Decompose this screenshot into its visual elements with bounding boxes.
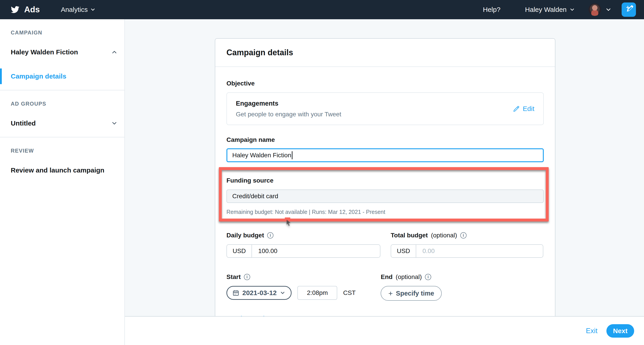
sidebar-item-review-launch[interactable]: Review and launch campaign	[0, 162, 124, 178]
chevron-up-icon	[111, 49, 118, 56]
objective-name: Engagements	[236, 100, 341, 107]
chevron-down-icon	[569, 7, 575, 12]
currency-label: USD	[227, 245, 252, 257]
review-launch-label: Review and launch campaign	[11, 166, 104, 174]
pencil-icon	[513, 105, 520, 112]
info-icon[interactable]: i	[244, 274, 250, 280]
end-optional-label: (optional)	[396, 274, 422, 280]
sidebar-divider	[0, 137, 124, 137]
sidebar-item-campaign-details[interactable]: Campaign details	[0, 68, 124, 84]
start-time-value: 2:08pm	[307, 289, 328, 296]
info-icon[interactable]: i	[267, 232, 274, 238]
specify-time-label: Specify time	[396, 290, 434, 297]
page-title: Campaign details	[226, 48, 293, 57]
funding-source-label: Funding source	[226, 177, 544, 184]
chevron-down-icon	[90, 7, 96, 12]
chevron-down-icon	[280, 290, 286, 296]
plus-icon: +	[388, 289, 393, 298]
next-button[interactable]: Next	[606, 324, 634, 338]
avatar[interactable]	[588, 3, 601, 16]
twitter-logo-icon	[10, 5, 20, 14]
start-date-value: 2021-03-12	[242, 289, 276, 297]
annotation-cursor-marker	[285, 218, 290, 222]
total-budget-group: Total budget (optional) i USD 0.00	[391, 232, 543, 258]
ads-brand-label: Ads	[24, 5, 40, 14]
funding-source-section: Funding source Credit/debit card Remaini…	[226, 177, 544, 215]
mouse-cursor-icon	[286, 220, 292, 228]
sidebar-section-ad-groups: AD GROUPS	[11, 101, 124, 107]
end-label: End	[381, 274, 392, 280]
end-group: End (optional) i + Specify time	[381, 274, 442, 301]
campaign-details-card: Campaign details Objective Engagements G…	[215, 38, 556, 316]
daily-budget-label: Daily budget	[226, 232, 264, 239]
text-caret	[292, 151, 292, 159]
bottom-action-bar: Exit Next	[125, 316, 644, 345]
start-time-input[interactable]: 2:08pm	[298, 286, 337, 300]
objective-label: Objective	[226, 80, 544, 87]
chevron-down-icon	[111, 120, 118, 127]
start-label: Start	[226, 274, 241, 280]
objective-description: Get people to engage with your Tweet	[236, 111, 341, 118]
account-name-label: Haley Walden	[525, 6, 566, 14]
analytics-menu-label: Analytics	[61, 6, 88, 14]
top-navbar: Ads Analytics Help? Haley Walden	[0, 0, 644, 19]
total-budget-amount-field[interactable]: 0.00	[416, 245, 543, 257]
total-budget-input: USD 0.00	[391, 244, 543, 258]
campaign-name-input[interactable]: Haley Walden Fiction	[226, 148, 544, 162]
objective-box: Engagements Get people to engage with yo…	[226, 92, 544, 125]
campaign-name-label: Haley Walden Fiction	[11, 48, 78, 56]
left-sidebar: CAMPAIGN Haley Walden Fiction Campaign d…	[0, 19, 125, 345]
daily-budget-input: USD 100.00	[226, 244, 380, 258]
sidebar-item-campaign-name[interactable]: Haley Walden Fiction	[0, 44, 124, 60]
exit-link[interactable]: Exit	[586, 327, 598, 335]
funding-source-value: Credit/debit card	[232, 193, 278, 200]
total-budget-optional-label: (optional)	[431, 232, 457, 239]
sidebar-item-ad-group-untitled[interactable]: Untitled	[0, 116, 124, 131]
sidebar-section-campaign: CAMPAIGN	[11, 30, 124, 36]
daily-budget-amount-field[interactable]: 100.00	[252, 245, 380, 257]
avatar-chevron-down-icon[interactable]	[605, 6, 612, 13]
sidebar-divider	[0, 90, 124, 90]
currency-label: USD	[391, 245, 416, 257]
daily-budget-group: Daily budget i USD 100.00	[226, 232, 380, 258]
funding-source-note: Remaining budget: Not available | Runs: …	[226, 209, 544, 215]
campaign-name-value: Haley Walden Fiction	[232, 152, 291, 159]
edit-label: Edit	[523, 105, 534, 112]
start-group: Start i 2021-03-12	[226, 274, 356, 301]
calendar-icon	[232, 290, 239, 296]
account-menu[interactable]: Haley Walden	[525, 6, 575, 14]
sidebar-section-review: REVIEW	[11, 148, 124, 154]
start-date-picker[interactable]: 2021-03-12	[226, 286, 292, 300]
funding-source-field: Credit/debit card	[226, 190, 544, 203]
compose-tweet-button[interactable]	[622, 2, 636, 17]
analytics-menu[interactable]: Analytics	[61, 6, 96, 14]
total-budget-label: Total budget	[391, 232, 428, 239]
info-icon[interactable]: i	[460, 232, 466, 238]
compose-feather-icon	[624, 5, 634, 14]
help-link[interactable]: Help?	[483, 6, 500, 14]
campaign-details-label: Campaign details	[11, 72, 66, 80]
ad-group-label: Untitled	[11, 120, 36, 127]
campaign-name-label: Campaign name	[226, 136, 544, 144]
edit-objective-button[interactable]: Edit	[513, 105, 534, 112]
specify-end-time-button[interactable]: + Specify time	[381, 286, 442, 301]
card-header: Campaign details	[215, 39, 555, 67]
info-icon[interactable]: i	[425, 274, 431, 280]
timezone-label: CST	[343, 289, 356, 296]
main-content: Campaign details Objective Engagements G…	[125, 19, 644, 316]
